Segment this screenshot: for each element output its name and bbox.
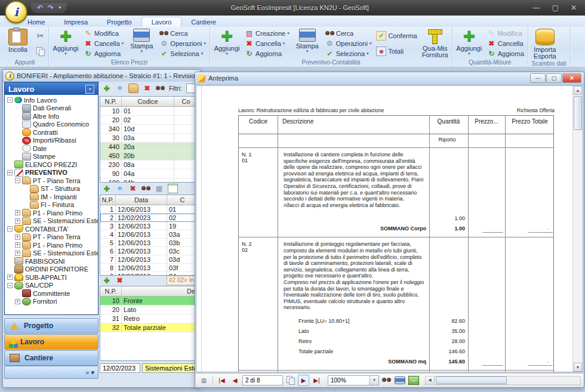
folder-icon[interactable] bbox=[128, 84, 138, 93]
ribbon-aggiungi-button[interactable]: Aggiungi▾ bbox=[454, 28, 484, 59]
ribbon-cerca-button[interactable]: Cerca bbox=[324, 29, 373, 38]
column-header-de[interactable]: De bbox=[122, 286, 198, 296]
preview-titlebar[interactable]: Anteprima — ▢ ✕ bbox=[195, 72, 584, 85]
tree-expander-icon[interactable]: + bbox=[15, 210, 20, 215]
tree-item-sal-cdp[interactable]: −SAL/CDP bbox=[5, 282, 98, 290]
delete-icon[interactable] bbox=[115, 276, 124, 285]
tree-item-stampe[interactable]: Stampe bbox=[5, 153, 98, 161]
table-row[interactable]: 212/02/202302 bbox=[100, 214, 198, 222]
page-number-field[interactable]: 2 di 8 bbox=[242, 375, 283, 385]
qat-dropdown-icon[interactable]: ▾ bbox=[59, 5, 61, 10]
ribbon-cancella-button[interactable]: Cancella bbox=[486, 39, 525, 48]
tree-item-pt-piano-terra[interactable]: −PT - Piano Terra bbox=[5, 177, 98, 185]
tree-expander-icon[interactable]: + bbox=[15, 242, 20, 248]
work-window-titlebar[interactable]: i BONIFERI - Ampliamento abitazione - St… bbox=[3, 70, 200, 82]
tree-item-importi-ribassi[interactable]: Importi/Ribassi bbox=[5, 137, 98, 145]
hscrollbar-thumb[interactable] bbox=[436, 376, 507, 384]
table-row[interactable]: 9004a bbox=[100, 169, 198, 178]
table-row[interactable]: 112/06/201301 bbox=[100, 205, 198, 214]
ribbon-totali-button[interactable]: Totali bbox=[375, 47, 418, 56]
tree-expander-icon[interactable]: − bbox=[15, 178, 20, 183]
table-row[interactable]: 712/06/201303d bbox=[100, 255, 198, 264]
wand-icon[interactable] bbox=[115, 84, 124, 92]
tree-expander-icon[interactable]: + bbox=[15, 251, 20, 256]
print-button[interactable] bbox=[394, 375, 406, 386]
tree-item-preventivo[interactable]: −PREVENTIVO bbox=[5, 169, 98, 177]
tree-item-im-impianti[interactable]: IM - Impianti bbox=[5, 193, 98, 201]
date-field[interactable]: 12/02/2023 bbox=[100, 363, 140, 373]
panel-splitter[interactable]: ········· bbox=[4, 313, 98, 317]
tree-item-altre-info[interactable]: Altre Info bbox=[5, 112, 98, 121]
scroll-up-icon[interactable]: ▲ bbox=[574, 86, 582, 95]
ribbon-cerca-button[interactable]: Cerca bbox=[158, 29, 207, 38]
maximize-button[interactable]: ▢ bbox=[552, 4, 559, 12]
tree-item-p1-piano-primo[interactable]: +P1 - Piano Primo bbox=[5, 241, 98, 249]
table-row[interactable]: 412/06/201303a bbox=[100, 230, 198, 239]
preview-restore-button[interactable]: ▢ bbox=[546, 73, 562, 83]
ribbon-modifica-button[interactable]: Modifica bbox=[82, 29, 125, 38]
pages-icon[interactable] bbox=[285, 375, 296, 386]
tree-expander-icon[interactable]: − bbox=[7, 226, 13, 232]
minimize-button[interactable]: — bbox=[533, 4, 540, 12]
ribbon-scissors-button[interactable] bbox=[35, 31, 46, 41]
ribbon-conferma-button[interactable]: Conferma bbox=[375, 31, 418, 41]
ribbon-seleziona-button[interactable]: Seleziona▾ bbox=[324, 49, 373, 58]
tree-item-info-lavoro[interactable]: −Info Lavoro bbox=[5, 96, 98, 104]
ribbon-aggiungi-button[interactable]: Aggiungi▾ bbox=[51, 28, 81, 59]
ribbon-cancella-button[interactable]: Cancella▾ bbox=[244, 39, 291, 48]
plus-icon[interactable] bbox=[102, 184, 111, 193]
table-row[interactable]: 1001 bbox=[100, 107, 198, 116]
prev-page-button[interactable]: ◀ bbox=[229, 375, 241, 386]
ribbon-modifica-button[interactable]: Modifica bbox=[486, 29, 525, 38]
table-row[interactable]: 10004b bbox=[100, 178, 198, 183]
nav-footer[interactable]: » ▾ bbox=[4, 366, 98, 379]
tree-item-p1-piano-primo[interactable]: +P1 - Piano Primo bbox=[5, 209, 98, 217]
ribbon-seleziona-button[interactable]: Seleziona▾ bbox=[158, 49, 207, 58]
table-row[interactable]: 10Fronte bbox=[100, 297, 198, 305]
tree-item-ordini-fornitore[interactable]: ORDINI FORNITORE bbox=[5, 266, 98, 274]
column-header-c[interactable]: C bbox=[167, 195, 198, 205]
table-row[interactable]: 32Totale parziale bbox=[100, 323, 198, 332]
ribbon-stampa-button[interactable]: Stampa▾ bbox=[127, 28, 156, 59]
close-button[interactable]: ✕ bbox=[571, 4, 577, 12]
ribbon-aggiorna-button[interactable]: Aggiorna bbox=[486, 49, 525, 58]
tree-expander-icon[interactable]: + bbox=[7, 274, 13, 280]
nav-button-progetto[interactable]: Progetto bbox=[4, 318, 98, 334]
tree-item-fornitori[interactable]: +Fornitori bbox=[5, 298, 98, 306]
column-header-data[interactable]: Data bbox=[116, 195, 167, 205]
ribbon-aggiungi-button[interactable]: Aggiungi▾ bbox=[212, 28, 242, 59]
table-row[interactable]: 2002 bbox=[100, 116, 198, 125]
tree-item-contabilita[interactable]: −CONTABILITA' bbox=[5, 225, 98, 233]
scroll-down-icon[interactable]: ▼ bbox=[574, 363, 582, 372]
next-page-button[interactable]: ▶ bbox=[298, 375, 309, 386]
horizontal-scrollbar[interactable]: ◀ bbox=[425, 376, 581, 385]
tree-expander-icon[interactable]: + bbox=[15, 299, 20, 304]
ribbon-aggiorna-button[interactable]: Aggiorna bbox=[244, 49, 291, 58]
ribbon-copy-button[interactable] bbox=[35, 47, 46, 56]
tab-progetto[interactable]: Progetto bbox=[97, 17, 141, 27]
pin-icon[interactable]: ▪ bbox=[85, 85, 94, 94]
first-page-button[interactable]: |◀ bbox=[216, 375, 227, 386]
nav-button-lavoro[interactable]: Lavoro bbox=[4, 334, 98, 350]
table-row[interactable]: 23008a bbox=[100, 160, 198, 169]
scroll-left-icon[interactable]: ◀ bbox=[426, 376, 435, 384]
tree-expander-icon[interactable]: + bbox=[15, 218, 20, 224]
table-row[interactable]: 3003a bbox=[100, 134, 198, 143]
tab-cantiere[interactable]: Cantiere bbox=[181, 17, 226, 27]
ribbon-operazioni-button[interactable]: Operazioni▾ bbox=[158, 39, 207, 48]
calendar-icon[interactable] bbox=[168, 184, 178, 193]
tree-expander-icon[interactable]: + bbox=[15, 234, 20, 240]
plus-icon[interactable] bbox=[102, 276, 111, 285]
tree-item-committente[interactable]: Committente bbox=[5, 289, 98, 298]
vertical-scrollbar[interactable]: ▲ ▼ bbox=[572, 86, 583, 372]
redo-icon[interactable]: ↷ bbox=[48, 4, 54, 12]
tree-item-fabbisogni[interactable]: FABBISOGNI bbox=[5, 257, 98, 266]
tree-item-sub-appalti[interactable]: +SUB-APPALTI bbox=[5, 273, 98, 282]
table-row[interactable]: 612/06/201303c bbox=[100, 247, 198, 255]
table-row[interactable]: 45020b bbox=[100, 152, 198, 160]
table-row[interactable]: 34010d bbox=[100, 125, 198, 134]
table-row[interactable]: 812/06/201303f bbox=[100, 264, 198, 272]
tree-item-quadro-economico[interactable]: Quadro Economico bbox=[5, 121, 98, 129]
tree-item-date[interactable]: Date bbox=[5, 144, 98, 153]
column-header-n-p[interactable]: N.P. bbox=[100, 97, 122, 106]
